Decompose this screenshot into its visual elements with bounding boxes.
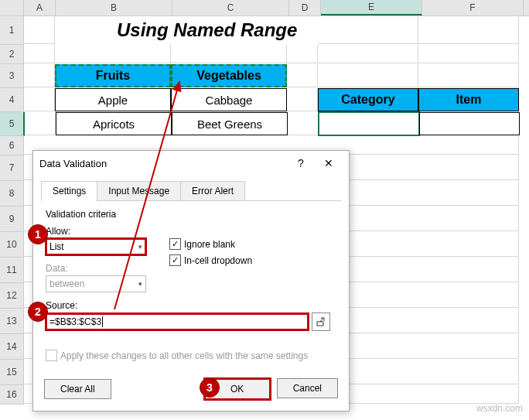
chevron-down-icon: ▾ xyxy=(138,280,142,288)
row-header-15[interactable]: 15 xyxy=(0,360,24,385)
cell-b5[interactable]: Apricots xyxy=(56,112,172,135)
cell-e5-active[interactable] xyxy=(319,112,419,135)
allow-select[interactable]: List ▾ xyxy=(46,238,146,255)
data-label: Data: xyxy=(46,263,146,274)
source-input[interactable]: =$B$3:$C$3 xyxy=(46,313,309,330)
row-header-10[interactable]: 10 xyxy=(0,232,24,258)
row-header-2[interactable]: 2 xyxy=(0,45,24,64)
row-header-9[interactable]: 9 xyxy=(0,207,24,232)
col-header-b[interactable]: B xyxy=(56,0,172,15)
clear-all-button[interactable]: Clear All xyxy=(44,379,111,399)
allow-value: List xyxy=(49,241,64,252)
data-value: between xyxy=(49,278,84,289)
tab-settings[interactable]: Settings xyxy=(41,181,97,201)
allow-label: Allow: xyxy=(46,226,146,237)
incell-dropdown-checkbox[interactable]: ✓ xyxy=(169,254,181,266)
apply-all-label: Apply these changes to all other cells w… xyxy=(60,350,308,361)
col-header-d[interactable]: D xyxy=(289,0,321,15)
cell-c5[interactable]: Beet Greens xyxy=(172,112,288,135)
cell-b3[interactable]: Fruits xyxy=(55,64,171,87)
source-value: =$B$3:$C$3 xyxy=(49,316,101,327)
row-header-7[interactable]: 7 xyxy=(0,155,24,181)
row-header-6[interactable]: 6 xyxy=(0,136,24,155)
validation-criteria-label: Validation criteria xyxy=(46,209,336,220)
range-picker-button[interactable] xyxy=(312,312,330,331)
ignore-blank-label: Ignore blank xyxy=(184,239,235,250)
row-header-11[interactable]: 11 xyxy=(0,258,24,283)
row-header-5[interactable]: 5 xyxy=(0,112,25,136)
dialog-close-button[interactable]: ✕ xyxy=(315,152,343,174)
watermark: wsxdn.com xyxy=(476,403,523,414)
cell-f5[interactable] xyxy=(419,112,520,135)
row-header-12[interactable]: 12 xyxy=(0,283,24,309)
data-select: between ▾ xyxy=(46,275,146,292)
incell-dropdown-label: In-cell dropdown xyxy=(184,255,252,266)
cell-f4[interactable]: Item xyxy=(418,88,519,111)
page-title: Using Named Range xyxy=(55,16,318,44)
row-header-4[interactable]: 4 xyxy=(0,88,24,112)
row-header-1[interactable]: 1 xyxy=(0,16,24,45)
chevron-down-icon: ▾ xyxy=(138,243,142,251)
cell-b4[interactable]: Apple xyxy=(55,88,171,111)
callout-1: 1 xyxy=(28,224,48,244)
col-header-e[interactable]: E xyxy=(321,0,422,15)
callout-2: 2 xyxy=(28,302,48,322)
col-header-a[interactable]: A xyxy=(24,0,56,15)
source-label: Source: xyxy=(46,300,336,311)
tab-error-alert[interactable]: Error Alert xyxy=(180,181,245,201)
data-validation-dialog: Data Validation ? ✕ Settings Input Messa… xyxy=(32,150,350,411)
cell-e4[interactable]: Category xyxy=(318,88,418,111)
tab-input-message[interactable]: Input Message xyxy=(97,181,181,201)
cancel-button[interactable]: Cancel xyxy=(277,378,338,398)
cell-c4[interactable]: Cabbage xyxy=(171,88,287,111)
dialog-title: Data Validation xyxy=(39,158,287,169)
row-header-8[interactable]: 8 xyxy=(0,181,24,207)
dialog-help-button[interactable]: ? xyxy=(287,152,315,174)
row-header-16[interactable]: 16 xyxy=(0,385,24,405)
col-header-f[interactable]: F xyxy=(422,0,524,15)
row-header-3[interactable]: 3 xyxy=(0,64,24,88)
col-header-c[interactable]: C xyxy=(172,0,289,15)
ignore-blank-checkbox[interactable]: ✓ xyxy=(169,238,181,250)
callout-3: 3 xyxy=(200,377,220,398)
row-header-13[interactable]: 13 xyxy=(0,309,24,334)
row-header-14[interactable]: 14 xyxy=(0,334,24,360)
svg-rect-0 xyxy=(317,322,323,326)
apply-all-checkbox xyxy=(46,350,57,361)
cell-c3[interactable]: Vegetables xyxy=(171,64,287,87)
